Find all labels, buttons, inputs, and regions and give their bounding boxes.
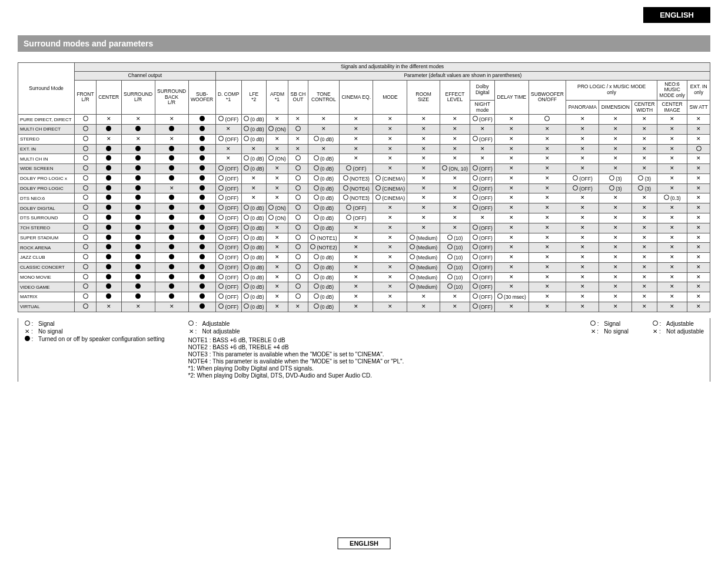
cell: ✕ <box>440 183 470 193</box>
table-row: MONO MOVIE (OFF) (0 dB)✕ (0 dB)✕✕ (Mediu… <box>18 272 710 282</box>
circle-icon <box>473 225 478 230</box>
cell: ✕ <box>657 282 687 292</box>
cell: (OFF) <box>470 253 495 263</box>
cell: ✕ <box>241 183 266 193</box>
cell: (OFF) <box>215 115 241 125</box>
filled-circle-icon <box>106 155 111 161</box>
cell: ✕ <box>373 243 407 253</box>
cell <box>75 144 97 154</box>
legend-note: NOTE3 : This parameter is available when… <box>188 351 567 358</box>
cell <box>121 213 155 223</box>
cell <box>75 173 97 183</box>
cell: ✕ <box>266 243 288 253</box>
cell <box>188 144 215 154</box>
table-row: JAZZ CLUB (OFF) (0 dB)✕ (0 dB)✕✕ (Medium… <box>18 253 710 263</box>
cell: ✕ <box>632 243 657 253</box>
cell <box>188 292 215 302</box>
cell <box>155 272 188 282</box>
cell <box>155 193 188 203</box>
cell: (OFF) <box>215 282 241 292</box>
filled-circle-icon <box>169 274 174 279</box>
cell: ✕ <box>528 164 566 174</box>
cross-icon: ✕ <box>321 146 326 152</box>
cell: ✕ <box>495 262 529 272</box>
cross-icon: ✕ <box>642 254 647 260</box>
cell <box>75 164 97 174</box>
cross-icon: ✕ <box>545 235 550 241</box>
cross-icon: ✕ <box>226 155 231 161</box>
cell: ✕ <box>687 262 710 272</box>
cell: ✕ <box>657 213 687 223</box>
cell: ✕ <box>339 253 373 263</box>
cell <box>188 302 215 312</box>
circle-icon <box>314 205 319 210</box>
row-name: 7CH STEREO <box>18 223 75 233</box>
cell <box>288 203 308 213</box>
cell: ✕ <box>373 282 407 292</box>
circle-icon <box>295 126 301 131</box>
cell <box>121 203 155 213</box>
cell <box>188 164 215 174</box>
circle-icon <box>25 320 30 326</box>
table-row: SUPER STADIUM (OFF) (0 dB)✕ (NOTE1)✕✕ (M… <box>18 233 710 243</box>
filled-circle-icon <box>200 146 205 151</box>
cell <box>155 253 188 263</box>
cell <box>75 213 97 223</box>
cell: ✕ <box>599 272 632 282</box>
cross-icon: ✕ <box>545 126 550 132</box>
cross-icon: ✕ <box>670 175 674 181</box>
cell <box>96 272 121 282</box>
cell: ✕ <box>599 164 632 174</box>
parameters-table: Surround Mode Signals and adjustability … <box>18 62 710 312</box>
cross-icon: ✕ <box>670 155 674 161</box>
cross-icon: ✕ <box>613 155 618 161</box>
circle-icon <box>83 235 88 240</box>
circle-icon <box>244 126 249 131</box>
cross-icon: ✕ <box>354 264 358 270</box>
cell <box>75 243 97 253</box>
cell: (NOTE3) <box>339 173 373 183</box>
cell <box>121 125 155 135</box>
cell: ✕ <box>528 223 566 233</box>
filled-circle-icon <box>169 155 174 161</box>
cross-icon: ✕ <box>580 126 585 132</box>
cross-icon: ✕ <box>354 274 358 280</box>
circle-icon <box>188 320 194 326</box>
circle-icon <box>346 205 351 210</box>
col-tone: TONECONTROL <box>308 80 339 115</box>
cross-icon: ✕ <box>580 254 585 260</box>
cross-icon: ✕ <box>613 303 618 309</box>
legend-col-4: :Adjustable✕ :Not adjustable <box>652 320 704 336</box>
circle-icon <box>83 116 88 121</box>
filled-circle-icon <box>200 303 205 309</box>
cell: ✕ <box>470 125 495 135</box>
cell: (OFF) <box>339 213 373 223</box>
filled-circle-icon <box>169 244 174 249</box>
cell: ✕ <box>528 262 566 272</box>
cell: ✕ <box>687 253 710 263</box>
table-row: DOLBY PRO LOGIC✕ (OFF)✕✕ (0 dB) (NOTE4) … <box>18 183 710 193</box>
circle-icon <box>638 185 643 191</box>
cross-icon: ✕ <box>642 274 647 280</box>
circle-icon <box>473 175 478 181</box>
circle-icon <box>473 205 478 210</box>
col-lfe: LFE*2 <box>241 80 266 115</box>
circle-icon <box>295 254 301 259</box>
filled-circle-icon <box>106 293 111 299</box>
cell: ✕ <box>339 243 373 253</box>
cross-icon: ✕ <box>354 146 358 152</box>
cell: ✕ <box>495 213 529 223</box>
cell: ✕ <box>528 193 566 203</box>
cross-icon: ✕ <box>509 244 514 250</box>
cell: ✕ <box>566 282 599 292</box>
filled-circle-icon <box>169 264 174 269</box>
cell <box>75 302 97 312</box>
cell: ✕ <box>339 144 373 154</box>
cell <box>96 282 121 292</box>
cell <box>121 223 155 233</box>
cross-icon: ✕ <box>642 244 647 250</box>
filled-circle-icon <box>135 185 141 191</box>
cross-icon: ✕ <box>613 235 618 241</box>
cell: (OFF) <box>470 223 495 233</box>
cross-icon: ✕ <box>295 116 300 122</box>
